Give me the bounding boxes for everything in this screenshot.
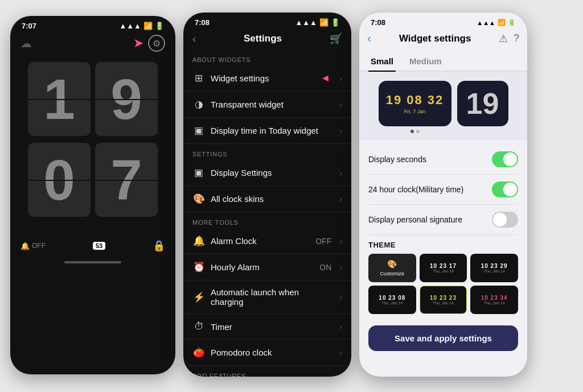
alarm-icon: 🔔: [192, 235, 205, 247]
settings-row-seconds: Display seconds: [368, 145, 518, 175]
signal-icon: ▲▲▲: [119, 22, 141, 30]
flip-clock: 1 9 0 7: [10, 56, 175, 224]
settings-row-24h: 24 hour clock(Military time): [368, 175, 518, 205]
tab-medium[interactable]: Medium: [407, 53, 444, 72]
menu-item-pomodoro[interactable]: 🍅 Pomodoro clock ›: [183, 340, 351, 366]
menu-item-widget-settings[interactable]: ⊞ Widget settings ◄ ›: [183, 65, 351, 92]
alarm-label: OFF: [32, 242, 46, 250]
phone2-title: Settings: [244, 33, 282, 44]
theme-card-3[interactable]: 10 23 29 Thu, Jan 14: [470, 254, 518, 282]
menu-item-alarm-clock[interactable]: 🔔 Alarm Clock OFF ›: [183, 228, 351, 254]
pomodoro-label: Pomodoro clock: [211, 348, 334, 357]
cart-icon[interactable]: 🛒: [330, 32, 342, 45]
hourly-icon: ⏰: [192, 261, 205, 273]
section-more-tools: MORE TOOLS: [183, 212, 351, 228]
alarm-status: 🔔 OFF: [20, 242, 46, 250]
menu-item-timer[interactable]: ⏱ Timer ›: [183, 314, 351, 340]
theme-grid: 🎨 Customize 10 23 17 Thu, Jan 14 10 23 2…: [368, 254, 518, 314]
menu-item-transparent[interactable]: ◑ Transparent widget ›: [183, 92, 351, 118]
settings-row-signature: Display personal signature: [368, 205, 518, 235]
pink-arrow-icon: ➤: [133, 36, 143, 51]
widget-settings-label: Widget settings: [211, 73, 315, 83]
dot-2: [416, 130, 420, 133]
theme-card-4[interactable]: 10 23 08 Thu, Jan 14: [368, 286, 416, 314]
chevron-display: ›: [339, 168, 342, 178]
phone3-nav-icons: ⚠ ?: [499, 32, 519, 45]
display-today-label: Display time in Today widget: [211, 126, 334, 135]
theme6-date: Thu, Jan 14: [484, 301, 505, 305]
alarm-badge: OFF: [315, 237, 331, 246]
theme2-date: Thu, Jan 14: [433, 269, 454, 273]
phone1-time: 7:07: [22, 22, 36, 30]
count-badge: 53: [93, 242, 105, 250]
phone2-wifi-icon: 📶: [319, 18, 329, 27]
tab-bar: Small Medium: [359, 51, 527, 72]
chevron-icon: ›: [339, 74, 342, 83]
24h-clock-label: 24 hour clock(Military time): [368, 185, 463, 194]
phone3-status-bar: 7:08 ▲▲▲ 📶 🔋: [359, 13, 527, 29]
lock-icon: 🔒: [153, 240, 165, 252]
display-settings-label: Display Settings: [211, 168, 334, 178]
phone3-time: 7:08: [371, 18, 385, 27]
flip-digit-1: 1: [28, 62, 91, 136]
settings-list: Display seconds 24 hour clock(Military t…: [359, 140, 527, 235]
bell-icon: 🔔: [20, 242, 30, 250]
toggle-seconds[interactable]: [492, 151, 518, 167]
cloud-icon: ☁: [20, 36, 32, 50]
gear-icon[interactable]: ⚙: [148, 35, 165, 52]
save-button[interactable]: Save and apply settings: [368, 325, 518, 351]
hourly-badge: ON: [319, 263, 331, 272]
transparent-label: Transparent widget: [211, 100, 334, 109]
display-icon: ▣: [192, 167, 205, 179]
theme-card-5[interactable]: 10 23 23 Thu, Jan 14: [420, 286, 467, 314]
chevron-pomodoro: ›: [339, 348, 342, 357]
toggle-signature[interactable]: [492, 212, 518, 228]
customize-icon: 🎨: [387, 259, 397, 269]
menu-item-auto-launch[interactable]: ⚡ Automatic launch when charging ›: [183, 280, 351, 314]
flip-digit-2: 9: [95, 62, 158, 136]
flip-digit-4: 7: [95, 143, 158, 217]
theme3-time: 10 23 29: [481, 263, 508, 269]
hourly-alarm-label: Hourly Alarm: [211, 262, 314, 272]
home-bar: [64, 261, 121, 263]
phone3-back-icon[interactable]: ‹: [367, 31, 371, 46]
chevron-auto: ›: [339, 292, 342, 302]
phone1-status-bar: 7:07 ▲▲▲ 📶 🔋: [10, 16, 175, 32]
toggle-24h[interactable]: [492, 181, 518, 197]
save-button-area: Save and apply settings: [359, 319, 527, 358]
customize-label: Customize: [380, 271, 405, 277]
back-icon[interactable]: ‹: [192, 33, 196, 45]
chevron-alarm: ›: [339, 237, 342, 246]
preview-date: Fri, 7 Jan: [404, 109, 426, 114]
menu-item-display-settings[interactable]: ▣ Display Settings ›: [183, 160, 351, 186]
warning-icon: ⚠: [499, 32, 508, 45]
phone1-frame: 7:07 ▲▲▲ 📶 🔋 ☁ ➤ ⚙ 1 9 0 7 🔔 OFF 53 🔒: [10, 16, 175, 374]
phone3-wifi-icon: 📶: [498, 19, 506, 26]
phone3-signal-icon: ▲▲▲: [477, 19, 495, 26]
phone2-battery-icon: 🔋: [331, 18, 340, 27]
phone3-frame: 7:08 ▲▲▲ 📶 🔋 ‹ Widget settings ⚠ ? Small…: [359, 13, 527, 377]
theme-customize[interactable]: 🎨 Customize: [368, 254, 416, 282]
pomodoro-icon: 🍅: [192, 346, 205, 358]
chevron-hourly: ›: [339, 263, 342, 272]
theme4-time: 10 23 08: [379, 295, 405, 301]
phone3-nav-bar: ‹ Widget settings ⚠ ?: [359, 29, 527, 51]
charging-icon: ⚡: [192, 291, 205, 303]
clock-skins-label: All clock skins: [211, 194, 334, 204]
menu-item-hourly-alarm[interactable]: ⏰ Hourly Alarm ON ›: [183, 254, 351, 280]
phone2-nav-bar: ‹ Settings 🛒: [183, 29, 351, 49]
menu-item-clock-skins[interactable]: 🎨 All clock skins ›: [183, 186, 351, 212]
theme5-time: 10 23 23: [430, 295, 457, 301]
timer-label: Timer: [211, 322, 334, 332]
theme2-time: 10 23 17: [430, 263, 457, 269]
section-about-widgets: ABOUT WIDGETS: [183, 49, 351, 65]
theme-card-2[interactable]: 10 23 17 Thu, Jan 14: [420, 254, 467, 282]
timer-icon: ⏱: [192, 321, 205, 332]
menu-item-display-today[interactable]: ▣ Display time in Today widget ›: [183, 118, 351, 144]
phone1-bottom-bar: 🔔 OFF 53 🔒: [10, 233, 175, 257]
theme-card-6[interactable]: 10 23 34 Thu, Jan 14: [470, 286, 518, 314]
phone3-title: Widget settings: [399, 33, 471, 44]
theme-label: THEME: [368, 241, 518, 249]
section-pro: PRO FEATURES: [183, 366, 351, 377]
tab-small[interactable]: Small: [368, 53, 396, 72]
